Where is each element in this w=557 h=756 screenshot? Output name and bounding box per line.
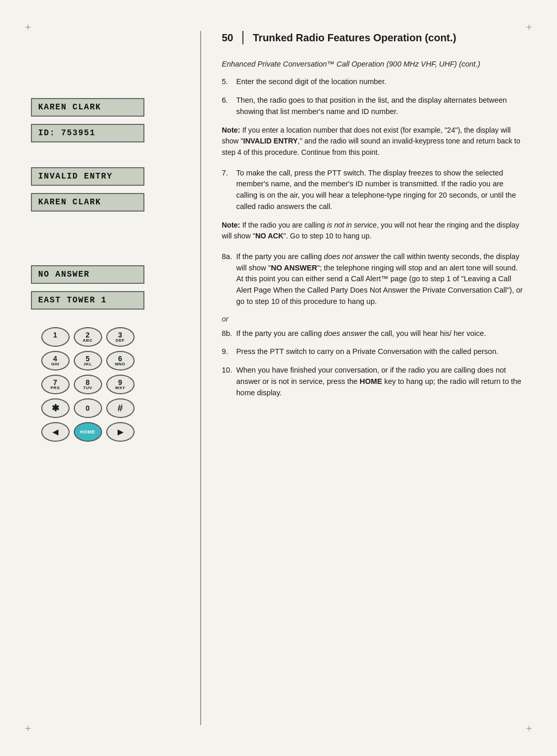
key-9-main: 9 <box>118 379 122 386</box>
display-group-1: KAREN CLARK ID: 753951 <box>31 98 144 150</box>
note-2-bold: NO ACK <box>255 232 284 240</box>
key-5[interactable]: 5 JKL <box>74 351 102 371</box>
key-3-main: 3 <box>118 331 122 339</box>
key-nav-left[interactable]: ◀ <box>41 422 70 442</box>
display-karen-clark-2: KAREN CLARK <box>31 193 144 212</box>
key-1[interactable]: 1 <box>41 327 70 347</box>
note-2-italic: is not in service <box>327 221 376 229</box>
key-6-main: 6 <box>118 355 122 362</box>
section-heading: Enhanced Private Conversation™ Call Oper… <box>222 59 526 69</box>
key-hash-main: # <box>118 404 123 413</box>
key-nav-right[interactable]: ▶ <box>106 422 135 442</box>
instruction-8b-text: If the party you are calling does answer… <box>236 328 486 340</box>
key-star-main: ✱ <box>52 404 59 413</box>
instruction-8a: 8a. If the party you are calling does no… <box>222 251 526 308</box>
key-8-main: 8 <box>86 379 90 386</box>
key-6-sub: MNO <box>115 362 125 366</box>
corner-mark-tl: + <box>25 21 31 34</box>
or-label: or <box>222 315 526 323</box>
note-2: Note: If the radio you are calling is no… <box>222 220 526 242</box>
display-karen-clark-1: KAREN CLARK <box>31 98 144 117</box>
instruction-8a-text: If the party you are calling does not an… <box>236 251 526 308</box>
keypad-row-2: 4 GHI 5 JKL 6 MNO <box>31 351 144 371</box>
keypad: 1 2 ABC 3 DEF 4 GHI 5 <box>31 327 144 446</box>
display-id: ID: 753951 <box>31 124 144 142</box>
instructions-8b-onward: 8b. If the party you are calling does an… <box>222 328 526 399</box>
note-1-label: Note: <box>222 126 240 134</box>
key-7-main: 7 <box>53 379 57 386</box>
instruction-8b-num: 8b. <box>222 328 236 340</box>
note-2-label: Note: <box>222 221 240 229</box>
key-home[interactable]: HOME <box>74 422 102 442</box>
key-4-main: 4 <box>53 355 57 362</box>
corner-mark-tr: + <box>526 21 532 34</box>
instruction-8b: 8b. If the party you are calling does an… <box>222 328 526 340</box>
display-invalid-entry: INVALID ENTRY <box>31 167 144 186</box>
key-4[interactable]: 4 GHI <box>41 351 70 371</box>
display-group-3: NO ANSWER EAST TOWER 1 <box>31 265 144 317</box>
key-9[interactable]: 9 WXY <box>106 375 135 394</box>
instruction-5-num: 5. <box>222 76 236 88</box>
key-7[interactable]: 7 PRS <box>41 375 70 394</box>
display-no-answer: NO ANSWER <box>31 265 144 284</box>
keypad-row-5: ◀ HOME ▶ <box>31 422 144 442</box>
key-4-sub: GHI <box>51 362 59 366</box>
key-1-main: 1 <box>53 331 57 339</box>
instruction-5: 5. Enter the second digit of the locatio… <box>222 76 526 88</box>
key-1-sub <box>55 339 56 343</box>
key-5-main: 5 <box>86 355 90 362</box>
corner-mark-bl: + <box>25 722 31 735</box>
instruction-6-text: Then, the radio goes to that position in… <box>236 95 526 118</box>
key-2[interactable]: 2 ABC <box>74 327 102 347</box>
key-hash[interactable]: # <box>106 398 135 418</box>
instruction-5-text: Enter the second digit of the location n… <box>236 76 386 88</box>
display-east-tower: EAST TOWER 1 <box>31 291 144 310</box>
key-3[interactable]: 3 DEF <box>106 327 135 347</box>
instruction-6: 6. Then, the radio goes to that position… <box>222 95 526 118</box>
key-2-main: 2 <box>86 331 90 339</box>
page-header: 50 Trunked Radio Features Operation (con… <box>222 31 526 44</box>
instruction-9-text: Press the PTT switch to carry on a Priva… <box>236 346 498 358</box>
note-1-bold: INVALID ENTRY <box>243 137 298 145</box>
key-nav-right-icon: ▶ <box>118 428 123 436</box>
note-1: Note: If you enter a location number tha… <box>222 125 526 158</box>
instruction-10-text: When you have finished your conversation… <box>236 365 526 398</box>
key-6[interactable]: 6 MNO <box>106 351 135 371</box>
keypad-row-4: ✱ 0 # <box>31 398 144 418</box>
key-8-sub: TUV <box>83 386 92 390</box>
instructions-mid: 7. To make the call, press the PTT switc… <box>222 168 526 213</box>
key-0[interactable]: 0 <box>74 398 102 418</box>
key-7-sub: PRS <box>51 386 60 390</box>
right-column: 50 Trunked Radio Features Operation (con… <box>201 31 526 725</box>
instruction-9-num: 9. <box>222 346 236 358</box>
corner-mark-br: + <box>526 722 532 735</box>
instruction-9: 9. Press the PTT switch to carry on a Pr… <box>222 346 526 358</box>
page-number: 50 <box>222 31 243 44</box>
instructions-bottom: 8a. If the party you are calling does no… <box>222 251 526 308</box>
note-2-text2: ". Go to step 10 to hang up. <box>284 232 372 240</box>
instruction-10: 10. When you have finished your conversa… <box>222 365 526 398</box>
display-group-2: INVALID ENTRY KAREN CLARK <box>31 167 144 219</box>
key-5-sub: JKL <box>84 362 92 366</box>
instruction-7-text: To make the call, press the PTT switch. … <box>236 168 526 213</box>
instruction-8a-num: 8a. <box>222 251 236 263</box>
key-3-sub: DEF <box>116 339 125 343</box>
instruction-6-num: 6. <box>222 95 236 106</box>
instruction-10-num: 10. <box>222 365 236 376</box>
key-0-main: 0 <box>86 405 90 412</box>
instructions-top: 5. Enter the second digit of the locatio… <box>222 76 526 117</box>
left-column: KAREN CLARK ID: 753951 INVALID ENTRY KAR… <box>31 31 191 725</box>
key-2-sub: ABC <box>83 339 93 343</box>
key-nav-left-icon: ◀ <box>53 428 58 436</box>
instruction-7: 7. To make the call, press the PTT switc… <box>222 168 526 213</box>
key-8[interactable]: 8 TUV <box>74 375 102 394</box>
key-home-label: HOME <box>80 430 95 435</box>
instruction-7-num: 7. <box>222 168 236 179</box>
key-9-sub: WXY <box>115 386 125 390</box>
keypad-row-3: 7 PRS 8 TUV 9 WXY <box>31 375 144 394</box>
key-star[interactable]: ✱ <box>41 398 70 418</box>
keypad-row-1: 1 2 ABC 3 DEF <box>31 327 144 347</box>
page-title: Trunked Radio Features Operation (cont.) <box>253 31 456 44</box>
